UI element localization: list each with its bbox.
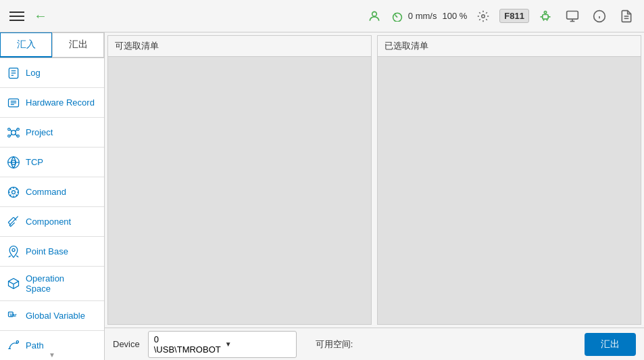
sidebar-item-hardware-record-label: Hardware Record — [26, 97, 95, 108]
f-badge: F811 — [499, 9, 529, 23]
selected-list-body — [378, 57, 641, 324]
file-icon[interactable] — [616, 5, 637, 27]
sidebar: 汇入 汇出 Log Hardware Record — [0, 32, 105, 360]
menu-icon[interactable] — [7, 9, 27, 24]
selected-list-panel: 已选取清单 — [377, 35, 641, 325]
tab-import[interactable]: 汇入 — [0, 32, 52, 58]
svg-line-28 — [16, 129, 18, 131]
sidebar-item-path[interactable]: Path — [0, 331, 104, 349]
available-list-panel: 可选取清单 — [107, 35, 372, 325]
svg-line-30 — [16, 133, 18, 135]
svg-point-3 — [482, 14, 485, 18]
person-icon[interactable] — [364, 5, 385, 27]
svg-rect-5 — [543, 14, 548, 19]
sidebar-item-log[interactable]: Log — [0, 58, 104, 88]
svg-point-23 — [8, 128, 10, 130]
export-button[interactable]: 汇出 — [585, 333, 636, 356]
sidebar-item-project-label: Project — [26, 127, 53, 137]
svg-point-35 — [12, 248, 15, 251]
sidebar-items: Log Hardware Record Project — [0, 58, 104, 349]
header: ← 0 mm/s 100 % F811 — [0, 0, 644, 32]
svg-point-24 — [17, 128, 19, 130]
percentage-value: 100 % — [442, 11, 467, 21]
info-icon[interactable] — [589, 5, 610, 27]
svg-point-4 — [544, 11, 546, 13]
back-icon[interactable]: ← — [34, 8, 47, 24]
sidebar-item-point-base[interactable]: Point Base — [0, 237, 104, 267]
gear-icon[interactable] — [472, 5, 494, 27]
sidebar-item-operation-space-label: Operation Space — [26, 273, 64, 294]
sidebar-item-point-base-label: Point Base — [26, 246, 68, 256]
sidebar-item-project[interactable]: Project — [0, 118, 104, 148]
svg-point-26 — [17, 135, 19, 137]
sidebar-item-global-variable-label: Global Variable — [26, 311, 85, 321]
sidebar-item-global-variable[interactable]: Var Global Variable — [0, 301, 104, 331]
percentage-status: 100 % — [442, 11, 467, 21]
svg-line-29 — [10, 133, 12, 135]
monitor-icon[interactable] — [562, 5, 583, 27]
dropdown-arrow-icon: ▼ — [225, 340, 291, 348]
svg-point-34 — [12, 190, 16, 194]
svg-point-0 — [372, 12, 377, 16]
content-top: 可选取清单 已选取清单 — [105, 32, 644, 328]
svg-text:Var: Var — [9, 312, 17, 317]
sidebar-tabs: 汇入 汇出 — [0, 32, 104, 58]
bottom-bar: Device 0 \USB\TMROBOT ▼ 可用空间: 汇出 — [105, 328, 644, 360]
available-list-body — [108, 57, 371, 324]
sidebar-item-component-label: Component — [26, 217, 71, 227]
speed-value: 0 mm/s — [408, 11, 437, 21]
sidebar-item-tcp-label: TCP — [26, 157, 43, 167]
sidebar-item-command[interactable]: Command — [0, 177, 104, 207]
device-value: 0 \USB\TMROBOT — [154, 334, 221, 355]
sidebar-item-operation-space[interactable]: Operation Space — [0, 267, 104, 301]
main-container: 汇入 汇出 Log Hardware Record — [0, 32, 644, 360]
sidebar-item-tcp[interactable]: TCP — [0, 148, 104, 177]
selected-list-header: 已选取清单 — [378, 36, 641, 57]
header-right: 0 mm/s 100 % F811 — [364, 5, 637, 27]
header-left: ← — [7, 8, 47, 24]
svg-line-27 — [10, 129, 12, 131]
device-select[interactable]: 0 \USB\TMROBOT ▼ — [148, 331, 297, 358]
robot-icon[interactable] — [535, 5, 556, 27]
scroll-down-indicator: ▼ — [0, 349, 104, 360]
sidebar-item-command-label: Command — [26, 187, 66, 197]
svg-point-39 — [16, 340, 18, 342]
sidebar-item-log-label: Log — [26, 68, 41, 78]
device-label: Device — [113, 339, 140, 349]
svg-rect-6 — [567, 11, 578, 19]
content-area: 可选取清单 已选取清单 Device 0 \USB\TMROBOT ▼ 可用空间… — [105, 32, 644, 360]
svg-point-25 — [8, 135, 10, 137]
speed-status: 0 mm/s — [391, 11, 437, 22]
space-label: 可用空间: — [316, 338, 353, 351]
sidebar-item-component[interactable]: Component — [0, 207, 104, 237]
available-list-header: 可选取清单 — [108, 36, 371, 57]
sidebar-item-path-label: Path — [26, 340, 44, 349]
tab-export[interactable]: 汇出 — [52, 32, 104, 58]
sidebar-item-hardware-record[interactable]: Hardware Record — [0, 88, 104, 118]
